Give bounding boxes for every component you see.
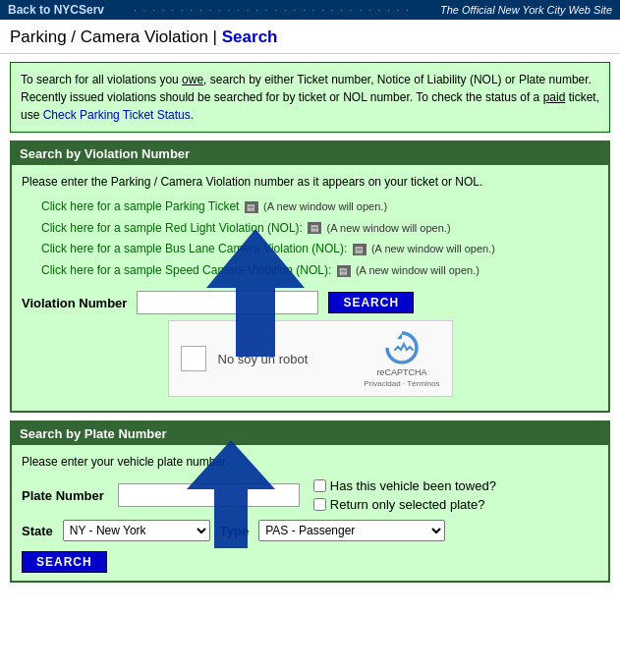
plate-input-row: Plate Number Has this vehicle been towed… xyxy=(22,478,598,512)
captcha-box: No soy un robot reCAPTCHA Privacidad · T… xyxy=(168,320,453,397)
list-item: Click here for a sample Red Light Violat… xyxy=(41,218,598,240)
captcha-checkbox[interactable] xyxy=(181,346,206,371)
plate-number-label: Plate Number xyxy=(22,488,104,503)
plate-number-input[interactable] xyxy=(118,483,300,507)
violation-number-input[interactable] xyxy=(137,291,318,314)
captcha-label: No soy un robot xyxy=(218,352,353,366)
violation-section-wrapper: Search by Violation Number Please enter … xyxy=(0,140,620,413)
sample-note-3: (A new window will open.) xyxy=(371,243,495,254)
page-icon: ▤ xyxy=(308,222,321,234)
sample-note-1: (A new window will open.) xyxy=(263,200,387,212)
violation-search-button[interactable]: SEARCH xyxy=(328,292,414,313)
sample-note-4: (A new window will open.) xyxy=(356,264,479,276)
plate-instructions: Please enter your vehicle plate number. xyxy=(22,453,598,471)
plate-section-body: Please enter your vehicle plate number. … xyxy=(12,445,608,581)
sample-speed-camera-link[interactable]: Click here for a sample Speed Camera Vio… xyxy=(41,263,331,277)
plate-section-wrapper: Search by Plate Number Please enter your… xyxy=(0,420,620,583)
sample-note-2: (A new window will open.) xyxy=(327,222,451,234)
captcha-brand-label: reCAPTCHA xyxy=(376,367,426,377)
state-select[interactable]: NY - New York NJ - New Jersey CT - Conne… xyxy=(63,520,210,541)
captcha-right: reCAPTCHA Privacidad · Términos xyxy=(364,330,439,388)
violation-number-label: Violation Number xyxy=(22,296,127,310)
selected-plate-checkbox-label[interactable]: Return only selected plate? xyxy=(313,497,496,512)
plate-search-button[interactable]: SEARCH xyxy=(22,551,107,573)
page-icon: ▤ xyxy=(337,265,351,277)
top-bar: Back to NYCServ · · · · · · · · · · · · … xyxy=(0,0,620,20)
page-title-highlight: Search xyxy=(222,28,278,46)
type-select[interactable]: PAS - Passenger COM - Commercial TRK - T… xyxy=(258,520,445,541)
list-item: Click here for a sample Bus Lane Camera … xyxy=(41,239,598,260)
page-title-prefix: Parking / Camera Violation | xyxy=(10,28,222,46)
plate-section: Search by Plate Number Please enter your… xyxy=(10,420,610,583)
info-owe: owe xyxy=(182,73,203,86)
page-icon: ▤ xyxy=(353,244,366,255)
selected-plate-checkbox[interactable] xyxy=(313,498,326,511)
sample-parking-ticket-link[interactable]: Click here for a sample Parking Ticket xyxy=(41,199,239,213)
towed-checkbox[interactable] xyxy=(313,479,326,492)
back-to-nycserv-link[interactable]: Back to NYCServ xyxy=(8,3,104,17)
towed-checkbox-label[interactable]: Has this vehicle been towed? xyxy=(313,478,496,493)
top-bar-dots: · · · · · · · · · · · · · · · · · · · · … xyxy=(104,5,440,16)
captcha-links-label: Privacidad · Términos xyxy=(364,379,439,388)
violation-instructions: Please enter the Parking / Camera Violat… xyxy=(22,173,598,191)
violation-section: Search by Violation Number Please enter … xyxy=(10,140,610,413)
check-parking-status-link[interactable]: Check Parking Ticket Status xyxy=(43,108,191,122)
state-label: State xyxy=(22,524,53,538)
state-type-row: State NY - New York NJ - New Jersey CT -… xyxy=(22,520,598,541)
list-item: Click here for a sample Speed Camera Vio… xyxy=(41,260,598,282)
official-site-label: The Official New York City Web Site xyxy=(440,4,612,16)
sample-links: Click here for a sample Parking Ticket ▤… xyxy=(41,196,598,281)
captcha-container: No soy un robot reCAPTCHA Privacidad · T… xyxy=(22,320,598,397)
list-item: Click here for a sample Parking Ticket ▤… xyxy=(41,196,598,218)
info-paid: paid xyxy=(543,90,566,104)
type-label: Type xyxy=(220,524,249,538)
violation-input-row: Violation Number SEARCH xyxy=(22,291,598,314)
recaptcha-logo-icon xyxy=(384,330,420,365)
violation-section-body: Please enter the Parking / Camera Violat… xyxy=(12,165,608,411)
sample-bus-lane-link[interactable]: Click here for a sample Bus Lane Camera … xyxy=(41,242,347,255)
info-box: To search for all violations you owe, se… xyxy=(10,62,610,133)
plate-section-header: Search by Plate Number xyxy=(12,422,608,445)
violation-section-header: Search by Violation Number xyxy=(12,142,608,165)
page-icon: ▤ xyxy=(245,201,258,213)
info-text1: To search for all violations you xyxy=(21,73,182,86)
info-text4: . xyxy=(191,108,194,122)
page-title: Parking / Camera Violation | Search xyxy=(0,20,620,54)
checkboxes-col: Has this vehicle been towed? Return only… xyxy=(313,478,496,512)
sample-red-light-link[interactable]: Click here for a sample Red Light Violat… xyxy=(41,221,303,235)
